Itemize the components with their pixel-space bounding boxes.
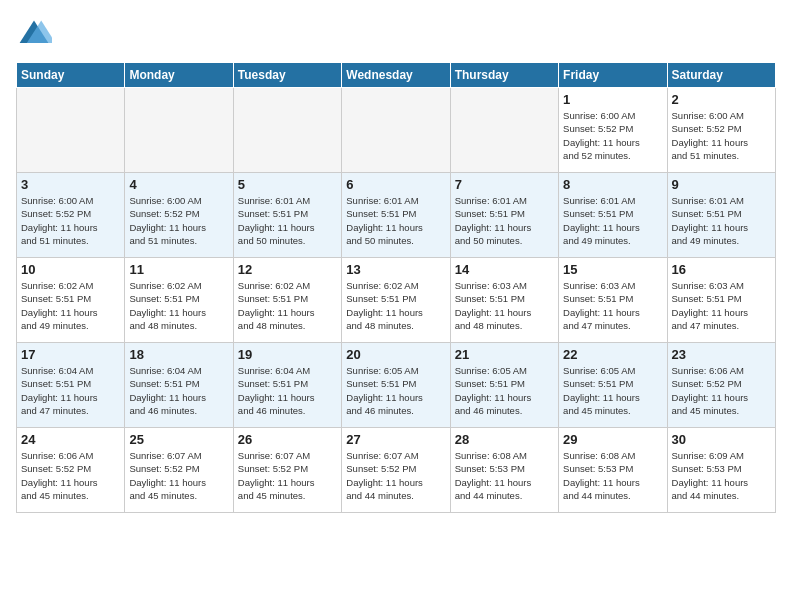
calendar-cell: 7Sunrise: 6:01 AM Sunset: 5:51 PM Daylig… xyxy=(450,173,558,258)
weekday-header: Wednesday xyxy=(342,63,450,88)
day-number: 4 xyxy=(129,177,228,192)
day-number: 17 xyxy=(21,347,120,362)
day-number: 16 xyxy=(672,262,771,277)
day-info: Sunrise: 6:02 AM Sunset: 5:51 PM Dayligh… xyxy=(238,279,337,332)
day-info: Sunrise: 6:08 AM Sunset: 5:53 PM Dayligh… xyxy=(563,449,662,502)
logo xyxy=(16,16,56,52)
calendar-cell: 2Sunrise: 6:00 AM Sunset: 5:52 PM Daylig… xyxy=(667,88,775,173)
day-number: 20 xyxy=(346,347,445,362)
day-number: 7 xyxy=(455,177,554,192)
calendar-week-row: 3Sunrise: 6:00 AM Sunset: 5:52 PM Daylig… xyxy=(17,173,776,258)
calendar-cell: 5Sunrise: 6:01 AM Sunset: 5:51 PM Daylig… xyxy=(233,173,341,258)
calendar-cell: 23Sunrise: 6:06 AM Sunset: 5:52 PM Dayli… xyxy=(667,343,775,428)
day-info: Sunrise: 6:04 AM Sunset: 5:51 PM Dayligh… xyxy=(129,364,228,417)
day-number: 21 xyxy=(455,347,554,362)
calendar-cell xyxy=(233,88,341,173)
day-info: Sunrise: 6:03 AM Sunset: 5:51 PM Dayligh… xyxy=(672,279,771,332)
weekday-header: Saturday xyxy=(667,63,775,88)
calendar-cell: 15Sunrise: 6:03 AM Sunset: 5:51 PM Dayli… xyxy=(559,258,667,343)
day-info: Sunrise: 6:06 AM Sunset: 5:52 PM Dayligh… xyxy=(672,364,771,417)
calendar-cell: 11Sunrise: 6:02 AM Sunset: 5:51 PM Dayli… xyxy=(125,258,233,343)
calendar-week-row: 17Sunrise: 6:04 AM Sunset: 5:51 PM Dayli… xyxy=(17,343,776,428)
day-number: 22 xyxy=(563,347,662,362)
calendar-cell: 21Sunrise: 6:05 AM Sunset: 5:51 PM Dayli… xyxy=(450,343,558,428)
weekday-header: Friday xyxy=(559,63,667,88)
day-info: Sunrise: 6:09 AM Sunset: 5:53 PM Dayligh… xyxy=(672,449,771,502)
calendar-cell: 17Sunrise: 6:04 AM Sunset: 5:51 PM Dayli… xyxy=(17,343,125,428)
day-info: Sunrise: 6:02 AM Sunset: 5:51 PM Dayligh… xyxy=(346,279,445,332)
day-number: 14 xyxy=(455,262,554,277)
weekday-header: Monday xyxy=(125,63,233,88)
day-info: Sunrise: 6:08 AM Sunset: 5:53 PM Dayligh… xyxy=(455,449,554,502)
day-info: Sunrise: 6:00 AM Sunset: 5:52 PM Dayligh… xyxy=(672,109,771,162)
day-info: Sunrise: 6:03 AM Sunset: 5:51 PM Dayligh… xyxy=(563,279,662,332)
calendar-cell: 13Sunrise: 6:02 AM Sunset: 5:51 PM Dayli… xyxy=(342,258,450,343)
day-info: Sunrise: 6:01 AM Sunset: 5:51 PM Dayligh… xyxy=(346,194,445,247)
logo-icon xyxy=(16,16,52,52)
calendar-week-row: 24Sunrise: 6:06 AM Sunset: 5:52 PM Dayli… xyxy=(17,428,776,513)
day-number: 2 xyxy=(672,92,771,107)
day-info: Sunrise: 6:07 AM Sunset: 5:52 PM Dayligh… xyxy=(346,449,445,502)
calendar-cell: 19Sunrise: 6:04 AM Sunset: 5:51 PM Dayli… xyxy=(233,343,341,428)
day-number: 25 xyxy=(129,432,228,447)
calendar-cell: 30Sunrise: 6:09 AM Sunset: 5:53 PM Dayli… xyxy=(667,428,775,513)
day-number: 28 xyxy=(455,432,554,447)
calendar-cell: 28Sunrise: 6:08 AM Sunset: 5:53 PM Dayli… xyxy=(450,428,558,513)
calendar-cell: 24Sunrise: 6:06 AM Sunset: 5:52 PM Dayli… xyxy=(17,428,125,513)
day-number: 12 xyxy=(238,262,337,277)
day-info: Sunrise: 6:05 AM Sunset: 5:51 PM Dayligh… xyxy=(455,364,554,417)
calendar-cell: 6Sunrise: 6:01 AM Sunset: 5:51 PM Daylig… xyxy=(342,173,450,258)
day-info: Sunrise: 6:01 AM Sunset: 5:51 PM Dayligh… xyxy=(455,194,554,247)
day-info: Sunrise: 6:01 AM Sunset: 5:51 PM Dayligh… xyxy=(672,194,771,247)
weekday-header: Tuesday xyxy=(233,63,341,88)
calendar-cell: 8Sunrise: 6:01 AM Sunset: 5:51 PM Daylig… xyxy=(559,173,667,258)
calendar-cell: 18Sunrise: 6:04 AM Sunset: 5:51 PM Dayli… xyxy=(125,343,233,428)
day-number: 9 xyxy=(672,177,771,192)
calendar-cell: 27Sunrise: 6:07 AM Sunset: 5:52 PM Dayli… xyxy=(342,428,450,513)
day-info: Sunrise: 6:06 AM Sunset: 5:52 PM Dayligh… xyxy=(21,449,120,502)
calendar-cell xyxy=(342,88,450,173)
calendar-cell: 16Sunrise: 6:03 AM Sunset: 5:51 PM Dayli… xyxy=(667,258,775,343)
calendar-cell: 14Sunrise: 6:03 AM Sunset: 5:51 PM Dayli… xyxy=(450,258,558,343)
day-number: 15 xyxy=(563,262,662,277)
calendar-week-row: 10Sunrise: 6:02 AM Sunset: 5:51 PM Dayli… xyxy=(17,258,776,343)
day-info: Sunrise: 6:07 AM Sunset: 5:52 PM Dayligh… xyxy=(238,449,337,502)
day-number: 26 xyxy=(238,432,337,447)
day-number: 18 xyxy=(129,347,228,362)
day-number: 30 xyxy=(672,432,771,447)
day-info: Sunrise: 6:01 AM Sunset: 5:51 PM Dayligh… xyxy=(238,194,337,247)
calendar-cell: 29Sunrise: 6:08 AM Sunset: 5:53 PM Dayli… xyxy=(559,428,667,513)
weekday-header: Thursday xyxy=(450,63,558,88)
day-number: 5 xyxy=(238,177,337,192)
day-info: Sunrise: 6:02 AM Sunset: 5:51 PM Dayligh… xyxy=(21,279,120,332)
day-number: 13 xyxy=(346,262,445,277)
calendar-cell: 3Sunrise: 6:00 AM Sunset: 5:52 PM Daylig… xyxy=(17,173,125,258)
day-info: Sunrise: 6:04 AM Sunset: 5:51 PM Dayligh… xyxy=(21,364,120,417)
calendar-cell: 4Sunrise: 6:00 AM Sunset: 5:52 PM Daylig… xyxy=(125,173,233,258)
day-info: Sunrise: 6:02 AM Sunset: 5:51 PM Dayligh… xyxy=(129,279,228,332)
calendar-cell: 22Sunrise: 6:05 AM Sunset: 5:51 PM Dayli… xyxy=(559,343,667,428)
calendar-cell: 9Sunrise: 6:01 AM Sunset: 5:51 PM Daylig… xyxy=(667,173,775,258)
day-info: Sunrise: 6:07 AM Sunset: 5:52 PM Dayligh… xyxy=(129,449,228,502)
day-number: 29 xyxy=(563,432,662,447)
calendar-cell xyxy=(17,88,125,173)
day-info: Sunrise: 6:01 AM Sunset: 5:51 PM Dayligh… xyxy=(563,194,662,247)
calendar-cell: 10Sunrise: 6:02 AM Sunset: 5:51 PM Dayli… xyxy=(17,258,125,343)
day-info: Sunrise: 6:03 AM Sunset: 5:51 PM Dayligh… xyxy=(455,279,554,332)
calendar-week-row: 1Sunrise: 6:00 AM Sunset: 5:52 PM Daylig… xyxy=(17,88,776,173)
calendar-cell: 25Sunrise: 6:07 AM Sunset: 5:52 PM Dayli… xyxy=(125,428,233,513)
day-number: 11 xyxy=(129,262,228,277)
calendar-cell xyxy=(450,88,558,173)
day-info: Sunrise: 6:00 AM Sunset: 5:52 PM Dayligh… xyxy=(563,109,662,162)
calendar-cell: 26Sunrise: 6:07 AM Sunset: 5:52 PM Dayli… xyxy=(233,428,341,513)
day-number: 24 xyxy=(21,432,120,447)
weekday-header: Sunday xyxy=(17,63,125,88)
calendar-table: SundayMondayTuesdayWednesdayThursdayFrid… xyxy=(16,62,776,513)
calendar-header-row: SundayMondayTuesdayWednesdayThursdayFrid… xyxy=(17,63,776,88)
day-number: 10 xyxy=(21,262,120,277)
day-number: 1 xyxy=(563,92,662,107)
calendar-cell: 12Sunrise: 6:02 AM Sunset: 5:51 PM Dayli… xyxy=(233,258,341,343)
page: SundayMondayTuesdayWednesdayThursdayFrid… xyxy=(0,0,792,521)
day-number: 23 xyxy=(672,347,771,362)
day-info: Sunrise: 6:05 AM Sunset: 5:51 PM Dayligh… xyxy=(563,364,662,417)
